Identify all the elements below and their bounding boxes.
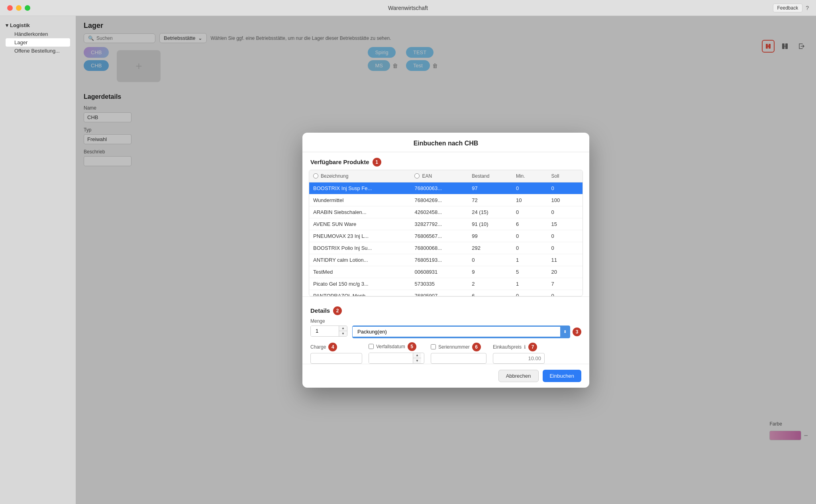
menge-input[interactable] (311, 326, 339, 336)
col-header-soll: Soll (547, 170, 583, 182)
table-row[interactable]: ANTIDRY calm Lotion...76805193...0111 (309, 254, 583, 266)
verfallsdatum-input[interactable] (369, 353, 413, 363)
charge-input[interactable] (310, 353, 362, 364)
menge-up-button[interactable]: ▲ (339, 326, 347, 331)
charge-label-row: Charge 4 (310, 343, 362, 351)
details-grid: Menge ▲ ▼ (310, 318, 581, 364)
sidebar-group-logistik[interactable]: ▾ Logistik (6, 22, 70, 28)
menge-row: Menge ▲ ▼ (310, 318, 581, 338)
cell-min: 0 (512, 206, 547, 218)
table-row[interactable]: TestMed006089319520 (309, 266, 583, 278)
seriennummer-checkbox[interactable] (431, 344, 436, 349)
col-header-min: Min. (512, 170, 547, 182)
cell-min: 0 (512, 290, 547, 296)
titlebar-right: Feedback ? (773, 4, 809, 12)
verfallsdatum-up[interactable]: ▲ (413, 353, 421, 358)
table-row[interactable]: ARABIN Siebschalen...42602458...24 (15)0… (309, 206, 583, 218)
window-controls (7, 5, 30, 11)
cell-min: 1 (512, 254, 547, 266)
cell-soll: 0 (547, 206, 583, 218)
cell-bezeichnung: BOOSTRIX Polio Inj Su... (309, 242, 410, 254)
cell-soll: 7 (547, 278, 583, 290)
verfallsdatum-stepper[interactable]: ▲ ▼ (369, 353, 424, 364)
charge-field-group: Charge 4 (310, 343, 362, 364)
cell-bestand: 91 (10) (468, 218, 512, 230)
minimize-button[interactable] (16, 5, 22, 11)
table-row[interactable]: Picato Gel 150 mc/g 3...5730335217 (309, 278, 583, 290)
col-header-bestand: Bestand (468, 170, 512, 182)
cell-min: 6 (512, 218, 547, 230)
einkaufspreis-label: Einkaufspreis (493, 344, 522, 350)
table-row[interactable]: PANTOPRAZOL Meph...76805907...600 (309, 290, 583, 296)
cell-bezeichnung: BOOSTRIX Inj Susp Fe... (309, 182, 410, 194)
sidebar-section-logistik: ▾ Logistik Händlerkonten Lager Offene Be… (0, 21, 76, 57)
bezeichnung-radio[interactable] (313, 173, 318, 178)
table-row[interactable]: PNEUMOVAX 23 Inj L...76806567...9900 (309, 230, 583, 242)
cell-bezeichnung: AVENE SUN Ware (309, 218, 410, 230)
packung-input[interactable] (353, 327, 560, 337)
cell-bezeichnung: ANTIDRY calm Lotion... (309, 254, 410, 266)
cell-bestand: 24 (15) (468, 206, 512, 218)
seriennummer-label: Seriennummer (438, 344, 470, 350)
section-verfuegbare-produkte: Verfügbare Produkte 1 (302, 152, 589, 170)
packung-select[interactable]: ⬍ (352, 326, 570, 338)
verfallsdatum-arrows: ▲ ▼ (413, 353, 421, 363)
col-header-bezeichnung: Bezeichnung (309, 170, 410, 182)
einkaufspreis-field-group: Einkaufspreis ℹ 7 (493, 343, 545, 364)
sidebar-item-lager[interactable]: Lager (6, 38, 70, 47)
maximize-button[interactable] (25, 5, 30, 11)
close-button[interactable] (7, 5, 13, 11)
step-badge-4: 4 (328, 343, 337, 351)
info-icon[interactable]: ℹ (524, 344, 526, 350)
col-header-ean: EAN (410, 170, 468, 182)
table-row[interactable]: BOOSTRIX Inj Susp Fe...76800063...9700 (309, 182, 583, 194)
cell-bestand: 0 (468, 254, 512, 266)
app-title: Warenwirtschaft (388, 5, 428, 11)
cell-ean: 76800068... (410, 242, 468, 254)
charge-row: Charge 4 Verfallsdatum 5 (310, 342, 581, 364)
packung-field-group: ⬍ 3 (352, 318, 581, 338)
cell-soll: 0 (547, 182, 583, 194)
cell-ean: 76800063... (410, 182, 468, 194)
menge-down-button[interactable]: ▼ (339, 331, 347, 336)
menge-stepper[interactable]: ▲ ▼ (310, 326, 347, 337)
packung-row: ⬍ 3 (352, 326, 581, 338)
seriennummer-field-group: Seriennummer 6 (431, 343, 486, 364)
step-badge-7: 7 (528, 343, 537, 351)
table-row[interactable]: AVENE SUN Ware32827792...91 (10)615 (309, 218, 583, 230)
verfallsdatum-checkbox[interactable] (369, 344, 374, 349)
verfallsdatum-field-group: Verfallsdatum 5 ▲ ▼ (369, 342, 424, 364)
cell-bezeichnung: Picato Gel 150 mc/g 3... (309, 278, 410, 290)
cell-min: 0 (512, 182, 547, 194)
sidebar-item-offene-bestellung[interactable]: Offene Bestellung... (6, 47, 70, 55)
seriennummer-input[interactable] (431, 353, 486, 364)
sidebar-item-haendlerkonten[interactable]: Händlerkonten (6, 30, 70, 38)
cell-soll: 0 (547, 230, 583, 242)
cell-min: 0 (512, 230, 547, 242)
packung-arrows[interactable]: ⬍ (560, 326, 570, 338)
section1-label: Verfügbare Produkte (310, 159, 369, 165)
cell-bezeichnung: TestMed (309, 266, 410, 278)
modal-header: Einbuchen nach CHB (302, 133, 589, 152)
verfallsdatum-down[interactable]: ▼ (413, 358, 421, 363)
einkaufspreis-label-row: Einkaufspreis ℹ 7 (493, 343, 545, 351)
modal-body: Verfügbare Produkte 1 Be (302, 152, 589, 364)
cell-bestand: 97 (468, 182, 512, 194)
ean-radio[interactable] (414, 173, 420, 178)
product-table[interactable]: Bezeichnung EAN (309, 170, 583, 296)
app-body: ▾ Logistik Händlerkonten Lager Offene Be… (0, 16, 816, 504)
step-badge-6: 6 (472, 343, 481, 351)
modal-title: Einbuchen nach CHB (414, 140, 479, 147)
cell-soll: 11 (547, 254, 583, 266)
titlebar: Warenwirtschaft Feedback ? (0, 0, 816, 16)
feedback-button[interactable]: Feedback (773, 4, 803, 12)
einkaufspreis-input[interactable] (493, 353, 545, 364)
help-button[interactable]: ? (806, 5, 809, 11)
einbuchen-button[interactable]: Einbuchen (543, 370, 581, 382)
table-row[interactable]: BOOSTRIX Polio Inj Su...76800068...29200 (309, 242, 583, 254)
modal-overlay: Einbuchen nach CHB Verfügbare Produkte 1 (76, 16, 816, 504)
table-row[interactable]: Wundermittel76804269...7210100 (309, 194, 583, 206)
cell-bezeichnung: ARABIN Siebschalen... (309, 206, 410, 218)
sidebar: ▾ Logistik Händlerkonten Lager Offene Be… (0, 16, 76, 504)
abbrechen-button[interactable]: Abbrechen (498, 370, 539, 382)
